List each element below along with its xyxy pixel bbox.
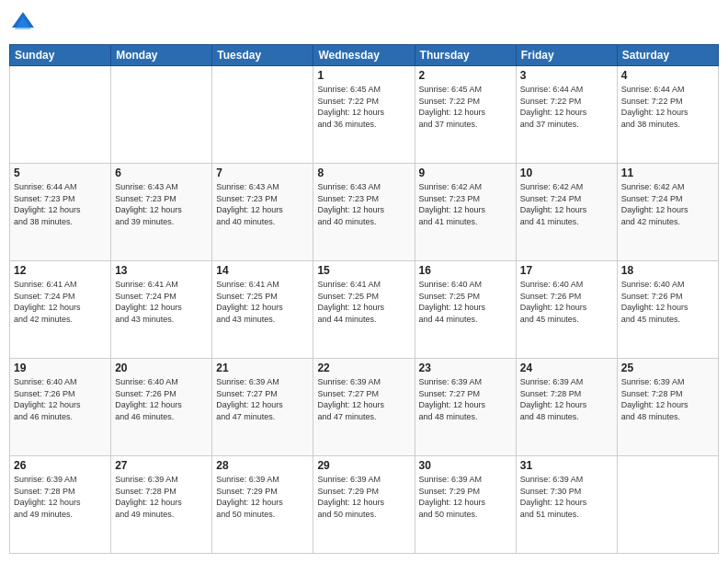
calendar-cell: 16Sunrise: 6:40 AMSunset: 7:25 PMDayligh… xyxy=(415,261,516,359)
calendar-cell: 11Sunrise: 6:42 AMSunset: 7:24 PMDayligh… xyxy=(617,164,718,261)
calendar-cell: 7Sunrise: 6:43 AMSunset: 7:23 PMDaylight… xyxy=(212,164,313,261)
day-number: 14 xyxy=(216,264,309,277)
day-number: 13 xyxy=(115,264,208,277)
day-number: 31 xyxy=(520,459,613,472)
calendar-week-4: 19Sunrise: 6:40 AMSunset: 7:26 PMDayligh… xyxy=(10,359,719,456)
day-number: 16 xyxy=(419,264,512,277)
day-info: Sunrise: 6:42 AMSunset: 7:24 PMDaylight:… xyxy=(520,181,613,227)
day-info: Sunrise: 6:45 AMSunset: 7:22 PMDaylight:… xyxy=(419,84,512,130)
day-info: Sunrise: 6:42 AMSunset: 7:23 PMDaylight:… xyxy=(419,181,512,227)
calendar-cell: 10Sunrise: 6:42 AMSunset: 7:24 PMDayligh… xyxy=(516,164,617,261)
day-number: 22 xyxy=(317,362,410,374)
day-number: 30 xyxy=(419,459,512,472)
day-number: 4 xyxy=(621,69,714,82)
weekday-header-tuesday: Tuesday xyxy=(212,45,313,66)
day-info: Sunrise: 6:44 AMSunset: 7:22 PMDaylight:… xyxy=(621,84,714,130)
day-number: 21 xyxy=(216,362,309,374)
calendar-cell: 2Sunrise: 6:45 AMSunset: 7:22 PMDaylight… xyxy=(415,66,516,164)
day-number: 28 xyxy=(216,459,309,472)
calendar-cell: 29Sunrise: 6:39 AMSunset: 7:29 PMDayligh… xyxy=(313,456,415,554)
day-info: Sunrise: 6:43 AMSunset: 7:23 PMDaylight:… xyxy=(115,181,208,227)
day-info: Sunrise: 6:39 AMSunset: 7:30 PMDaylight:… xyxy=(520,474,613,520)
day-number: 15 xyxy=(317,264,410,277)
day-info: Sunrise: 6:39 AMSunset: 7:27 PMDaylight:… xyxy=(419,376,512,422)
day-info: Sunrise: 6:42 AMSunset: 7:24 PMDaylight:… xyxy=(621,181,714,227)
calendar-week-5: 26Sunrise: 6:39 AMSunset: 7:28 PMDayligh… xyxy=(10,456,719,554)
day-info: Sunrise: 6:40 AMSunset: 7:25 PMDaylight:… xyxy=(419,279,512,325)
calendar-cell xyxy=(111,66,212,164)
calendar-cell: 9Sunrise: 6:42 AMSunset: 7:23 PMDaylight… xyxy=(415,164,516,261)
calendar-cell: 26Sunrise: 6:39 AMSunset: 7:28 PMDayligh… xyxy=(10,456,111,554)
calendar-cell: 15Sunrise: 6:41 AMSunset: 7:25 PMDayligh… xyxy=(313,261,415,359)
day-info: Sunrise: 6:39 AMSunset: 7:28 PMDaylight:… xyxy=(14,474,107,520)
day-number: 8 xyxy=(317,167,410,179)
day-number: 24 xyxy=(520,362,613,374)
day-number: 5 xyxy=(14,167,107,179)
day-info: Sunrise: 6:43 AMSunset: 7:23 PMDaylight:… xyxy=(216,181,309,227)
weekday-header-row: SundayMondayTuesdayWednesdayThursdayFrid… xyxy=(10,45,719,66)
day-info: Sunrise: 6:44 AMSunset: 7:22 PMDaylight:… xyxy=(520,84,613,130)
calendar-cell: 14Sunrise: 6:41 AMSunset: 7:25 PMDayligh… xyxy=(212,261,313,359)
logo xyxy=(9,9,40,37)
day-number: 19 xyxy=(14,362,107,374)
day-info: Sunrise: 6:45 AMSunset: 7:22 PMDaylight:… xyxy=(317,84,410,130)
day-number: 25 xyxy=(621,362,714,374)
day-number: 20 xyxy=(115,362,208,374)
calendar-cell: 18Sunrise: 6:40 AMSunset: 7:26 PMDayligh… xyxy=(617,261,718,359)
day-number: 23 xyxy=(419,362,512,374)
day-number: 26 xyxy=(14,459,107,472)
weekday-header-wednesday: Wednesday xyxy=(313,45,415,66)
day-info: Sunrise: 6:40 AMSunset: 7:26 PMDaylight:… xyxy=(14,376,107,422)
day-info: Sunrise: 6:41 AMSunset: 7:24 PMDaylight:… xyxy=(115,279,208,325)
calendar-cell: 28Sunrise: 6:39 AMSunset: 7:29 PMDayligh… xyxy=(212,456,313,554)
day-info: Sunrise: 6:39 AMSunset: 7:28 PMDaylight:… xyxy=(520,376,613,422)
calendar-cell: 5Sunrise: 6:44 AMSunset: 7:23 PMDaylight… xyxy=(10,164,111,261)
calendar-cell: 6Sunrise: 6:43 AMSunset: 7:23 PMDaylight… xyxy=(111,164,212,261)
calendar-cell: 27Sunrise: 6:39 AMSunset: 7:28 PMDayligh… xyxy=(111,456,212,554)
day-info: Sunrise: 6:41 AMSunset: 7:25 PMDaylight:… xyxy=(216,279,309,325)
calendar-cell: 20Sunrise: 6:40 AMSunset: 7:26 PMDayligh… xyxy=(111,359,212,456)
calendar-cell: 4Sunrise: 6:44 AMSunset: 7:22 PMDaylight… xyxy=(617,66,718,164)
calendar-cell: 3Sunrise: 6:44 AMSunset: 7:22 PMDaylight… xyxy=(516,66,617,164)
day-number: 29 xyxy=(317,459,410,472)
logo-icon xyxy=(9,9,37,37)
calendar-cell: 19Sunrise: 6:40 AMSunset: 7:26 PMDayligh… xyxy=(10,359,111,456)
calendar-cell: 22Sunrise: 6:39 AMSunset: 7:27 PMDayligh… xyxy=(313,359,415,456)
day-info: Sunrise: 6:39 AMSunset: 7:27 PMDaylight:… xyxy=(216,376,309,422)
calendar-cell: 23Sunrise: 6:39 AMSunset: 7:27 PMDayligh… xyxy=(415,359,516,456)
calendar-cell xyxy=(617,456,718,554)
day-info: Sunrise: 6:39 AMSunset: 7:29 PMDaylight:… xyxy=(419,474,512,520)
day-info: Sunrise: 6:39 AMSunset: 7:29 PMDaylight:… xyxy=(216,474,309,520)
calendar-cell: 30Sunrise: 6:39 AMSunset: 7:29 PMDayligh… xyxy=(415,456,516,554)
day-number: 10 xyxy=(520,167,613,179)
calendar-cell xyxy=(212,66,313,164)
calendar-cell xyxy=(10,66,111,164)
day-number: 11 xyxy=(621,167,714,179)
weekday-header-sunday: Sunday xyxy=(10,45,111,66)
day-number: 18 xyxy=(621,264,714,277)
day-info: Sunrise: 6:39 AMSunset: 7:29 PMDaylight:… xyxy=(317,474,410,520)
weekday-header-friday: Friday xyxy=(516,45,617,66)
page: SundayMondayTuesdayWednesdayThursdayFrid… xyxy=(0,0,728,563)
day-info: Sunrise: 6:39 AMSunset: 7:28 PMDaylight:… xyxy=(115,474,208,520)
day-info: Sunrise: 6:41 AMSunset: 7:24 PMDaylight:… xyxy=(14,279,107,325)
weekday-header-monday: Monday xyxy=(111,45,212,66)
calendar-cell: 24Sunrise: 6:39 AMSunset: 7:28 PMDayligh… xyxy=(516,359,617,456)
day-number: 1 xyxy=(317,69,410,82)
day-info: Sunrise: 6:44 AMSunset: 7:23 PMDaylight:… xyxy=(14,181,107,227)
day-number: 2 xyxy=(419,69,512,82)
calendar-week-2: 5Sunrise: 6:44 AMSunset: 7:23 PMDaylight… xyxy=(10,164,719,261)
calendar-cell: 1Sunrise: 6:45 AMSunset: 7:22 PMDaylight… xyxy=(313,66,415,164)
weekday-header-thursday: Thursday xyxy=(415,45,516,66)
calendar-week-1: 1Sunrise: 6:45 AMSunset: 7:22 PMDaylight… xyxy=(10,66,719,164)
day-number: 27 xyxy=(115,459,208,472)
day-number: 3 xyxy=(520,69,613,82)
calendar-cell: 21Sunrise: 6:39 AMSunset: 7:27 PMDayligh… xyxy=(212,359,313,456)
calendar-cell: 13Sunrise: 6:41 AMSunset: 7:24 PMDayligh… xyxy=(111,261,212,359)
calendar-cell: 8Sunrise: 6:43 AMSunset: 7:23 PMDaylight… xyxy=(313,164,415,261)
day-info: Sunrise: 6:40 AMSunset: 7:26 PMDaylight:… xyxy=(115,376,208,422)
calendar-cell: 25Sunrise: 6:39 AMSunset: 7:28 PMDayligh… xyxy=(617,359,718,456)
day-number: 6 xyxy=(115,167,208,179)
day-number: 12 xyxy=(14,264,107,277)
day-info: Sunrise: 6:43 AMSunset: 7:23 PMDaylight:… xyxy=(317,181,410,227)
